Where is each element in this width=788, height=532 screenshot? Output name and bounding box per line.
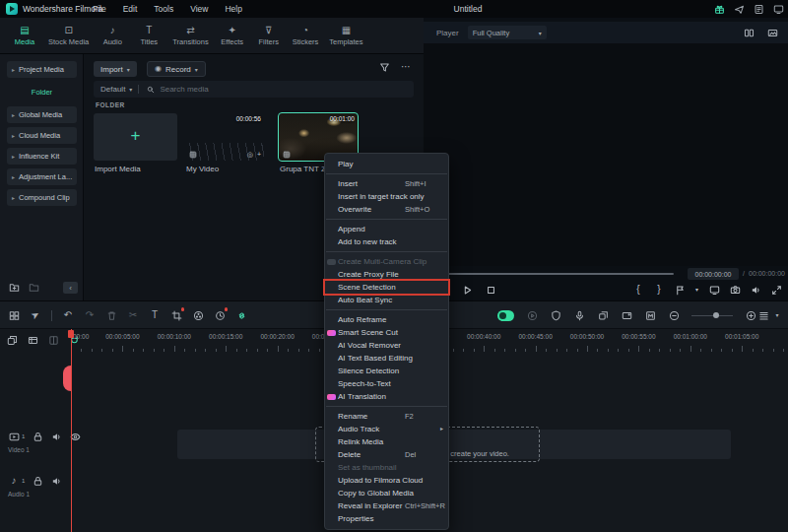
tab-effects[interactable]: ✦Effects: [220, 25, 245, 46]
scissors-icon[interactable]: ✂: [127, 309, 139, 321]
marker-icon[interactable]: [644, 309, 656, 321]
menu-item-speech-to-text[interactable]: Speech-to-Text: [325, 377, 448, 390]
menu-help[interactable]: Help: [225, 4, 241, 14]
menu-item-ai-translation[interactable]: AI Translation: [325, 390, 448, 403]
quality-dropdown[interactable]: Full Quality ▾: [468, 26, 547, 39]
screen-record-icon[interactable]: [621, 309, 632, 321]
menu-file[interactable]: File: [93, 4, 106, 14]
menu-item-audio-track[interactable]: Audio Track▸: [325, 423, 448, 435]
lock-icon[interactable]: [32, 431, 43, 442]
sidebar-item-compound-clip[interactable]: ▸Compound Clip: [7, 189, 77, 206]
preview-icon[interactable]: ◎: [247, 151, 253, 159]
funnel-icon[interactable]: [378, 61, 390, 73]
render-preview-toggle[interactable]: [497, 310, 514, 321]
menu-item-copy-to-global-media[interactable]: Copy to Global Media: [325, 487, 448, 499]
tab-stock-media[interactable]: ⊡Stock Media: [48, 25, 89, 46]
menu-item-reveal-in-explorer[interactable]: Reveal in ExplorerCtrl+Shift+R: [325, 499, 448, 512]
share-icon[interactable]: [733, 3, 745, 15]
import-button[interactable]: Import ▾: [94, 61, 137, 77]
menu-item-insert-in-target-track-only[interactable]: Insert in target track only: [325, 190, 448, 203]
zoom-slider[interactable]: [691, 310, 733, 320]
menu-item-create-proxy-file[interactable]: Create Proxy File: [325, 268, 448, 281]
text-tool-icon[interactable]: T: [149, 309, 161, 321]
mark-in-icon[interactable]: {: [632, 284, 644, 296]
seek-bar[interactable]: [439, 273, 674, 275]
menu-view[interactable]: View: [190, 4, 208, 14]
import-media-tile[interactable]: +Import Media: [94, 113, 177, 161]
monitor-icon[interactable]: [708, 284, 720, 296]
record-button[interactable]: ◉ Record ▾: [147, 61, 206, 77]
menu-item-overwrite[interactable]: OverwriteShift+O: [325, 203, 448, 216]
menu-edit[interactable]: Edit: [123, 4, 138, 14]
mark-out-icon[interactable]: }: [653, 284, 665, 296]
caret-icon[interactable]: ▾: [774, 309, 780, 321]
menu-item-scene-detection[interactable]: Scene Detection: [325, 281, 448, 294]
menu-item-add-to-new-track[interactable]: Add to new track: [325, 235, 448, 248]
menu-item-ai-text-based-editing[interactable]: AI Text Based Editing: [325, 352, 448, 365]
sort-selector[interactable]: Default: [100, 85, 125, 94]
image-badge-icon[interactable]: [766, 27, 778, 38]
zoom-out-icon[interactable]: [668, 309, 680, 321]
export-doc-icon[interactable]: [753, 3, 764, 15]
note-icon[interactable]: ♪: [8, 475, 20, 487]
film-icon[interactable]: [27, 334, 38, 346]
menu-item-append[interactable]: Append: [325, 223, 448, 235]
menu-item-delete[interactable]: DeleteDel: [325, 448, 448, 461]
sidebar-item-cloud-media[interactable]: ▸Cloud Media: [7, 127, 77, 144]
mic-icon[interactable]: [573, 309, 585, 321]
tab-audio[interactable]: ♪Audio: [99, 25, 125, 46]
stop-icon[interactable]: [485, 284, 496, 296]
playhead-handle[interactable]: [63, 366, 71, 391]
menu-item-silence-detection[interactable]: Silence Detection: [325, 365, 448, 377]
preview-play-icon[interactable]: [526, 309, 538, 321]
duplicate-icon[interactable]: [6, 334, 18, 346]
menu-item-smart-scene-cut[interactable]: Smart Scene Cut: [325, 326, 448, 339]
zoom-in-icon[interactable]: [745, 309, 756, 321]
tab-titles[interactable]: TTitles: [136, 25, 162, 46]
menu-item-properties[interactable]: Properties: [325, 512, 448, 525]
tab-transitions[interactable]: ⇄Transitions: [172, 25, 208, 46]
split-view-icon[interactable]: [743, 27, 755, 38]
sidebar-item-global-media[interactable]: ▸Global Media: [7, 106, 77, 123]
select-tool-icon[interactable]: ➤: [28, 307, 43, 323]
crop-icon[interactable]: [170, 309, 182, 321]
sidebar-item-folder[interactable]: Folder: [7, 86, 77, 99]
speed-icon[interactable]: [214, 309, 226, 321]
lock-icon[interactable]: [32, 475, 43, 487]
sidebar-item-adjustment-la-[interactable]: ▸Adjustment La...: [7, 168, 77, 185]
trash-icon[interactable]: [105, 309, 117, 321]
search-input[interactable]: Search media: [160, 85, 208, 94]
panel-layout-icon[interactable]: [8, 309, 20, 321]
color-icon[interactable]: [192, 309, 204, 321]
menu-tools[interactable]: Tools: [154, 4, 173, 14]
tab-templates[interactable]: ▦Templates: [329, 25, 362, 46]
chevron-down-icon[interactable]: ▾: [694, 284, 699, 296]
playhead-line[interactable]: [71, 329, 72, 532]
tab-filters[interactable]: ⊽Filters: [256, 25, 282, 46]
search-bar[interactable]: Default ▾ Search media: [94, 81, 414, 98]
playhead-flag[interactable]: [68, 330, 74, 338]
menu-item-auto-reframe[interactable]: Auto Reframe: [325, 313, 448, 326]
speaker-icon[interactable]: [50, 431, 62, 442]
folder-plus-icon[interactable]: [8, 281, 20, 293]
menu-item-relink-media[interactable]: Relink Media: [325, 435, 448, 448]
speaker-icon[interactable]: [750, 284, 761, 296]
display-icon[interactable]: [772, 3, 784, 15]
folder-icon[interactable]: [28, 281, 39, 293]
gift-icon[interactable]: [713, 3, 725, 15]
link-icon[interactable]: [235, 309, 247, 321]
sidebar-item-influence-kit[interactable]: ▸Influence Kit: [7, 148, 77, 165]
video-badge-icon[interactable]: [8, 431, 20, 442]
menu-item-rename[interactable]: RenameF2: [325, 410, 448, 423]
sidebar-item-project-media[interactable]: ▸Project Media: [7, 61, 77, 78]
media-item-tile[interactable]: 00:00:56◎+My Video: [185, 113, 264, 161]
tab-media[interactable]: ▤Media: [12, 25, 37, 46]
menu-item-play[interactable]: Play: [325, 158, 448, 170]
more-icon[interactable]: ⋯: [400, 61, 412, 73]
play-icon[interactable]: [461, 284, 473, 296]
collapse-sidebar-button[interactable]: ‹: [63, 282, 78, 294]
shield-icon[interactable]: [550, 309, 561, 321]
menu-item-ai-vocal-remover[interactable]: AI Vocal Remover: [325, 339, 448, 352]
camera-icon[interactable]: [729, 284, 741, 296]
menu-item-upload-to-filmora-cloud[interactable]: Upload to Filmora Cloud: [325, 474, 448, 487]
